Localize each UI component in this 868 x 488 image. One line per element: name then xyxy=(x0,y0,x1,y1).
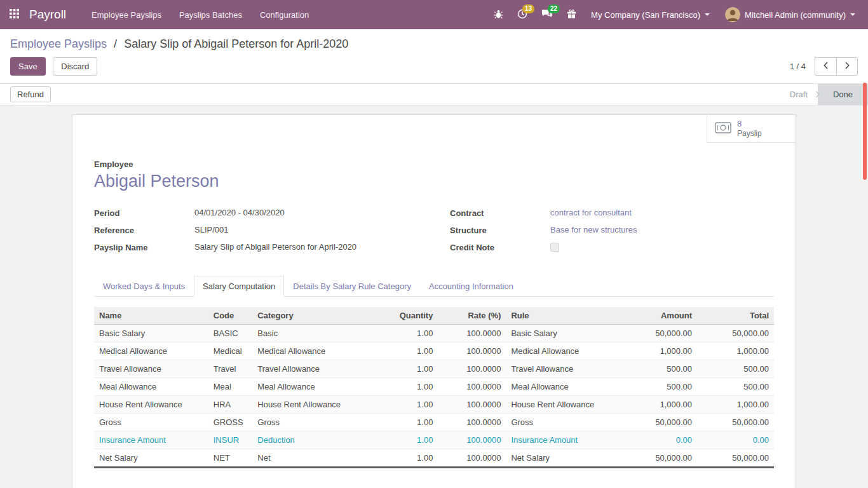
payslip-line-row[interactable]: Gross GROSS Gross 1.00 100.0000 Gross 50… xyxy=(94,414,774,431)
payslip-line-rows: Basic Salary BASIC Basic 1.00 100.0000 B… xyxy=(94,325,774,468)
debug-bug-button[interactable] xyxy=(487,0,510,29)
cell-code: Medical xyxy=(208,342,253,360)
chevron-left-icon xyxy=(823,62,829,71)
messages-badge: 22 xyxy=(548,4,560,13)
payslip-line-row[interactable]: Net Salary NET Net 1.00 100.0000 Net Sal… xyxy=(94,449,774,468)
upgrade-button[interactable] xyxy=(560,0,583,29)
column-header-name[interactable]: Name xyxy=(94,307,208,325)
menu-employee-payslips[interactable]: Employee Payslips xyxy=(83,0,170,29)
caret-down-icon xyxy=(705,13,710,16)
cell-rate: 100.0000 xyxy=(438,449,506,468)
column-header-code[interactable]: Code xyxy=(208,307,253,325)
activities-badge: 13 xyxy=(522,4,534,13)
payslip-line-row[interactable]: Medical Allowance Medical Medical Allowa… xyxy=(94,342,774,360)
cell-category: Medical Allowance xyxy=(252,342,363,360)
credit-note-label: Credit Note xyxy=(450,242,550,252)
structure-link[interactable]: Base for new structures xyxy=(550,225,637,234)
app-title[interactable]: Payroll xyxy=(29,8,66,22)
cell-amount: 500.00 xyxy=(621,378,697,396)
pager xyxy=(815,57,858,76)
tab-worked-days-inputs[interactable]: Worked Days & Inputs xyxy=(94,276,194,297)
cell-rate: 100.0000 xyxy=(438,378,506,396)
column-header-category[interactable]: Category xyxy=(252,307,363,325)
cell-rule: Insurance Amount xyxy=(506,431,621,449)
pager-next-button[interactable] xyxy=(836,57,858,76)
cell-quantity: 1.00 xyxy=(363,449,438,468)
cell-category: Net xyxy=(252,449,363,468)
tab-salary-computation[interactable]: Salary Computation xyxy=(194,276,284,297)
pager-counter[interactable]: 1 / 4 xyxy=(790,62,806,71)
bug-icon xyxy=(494,9,503,21)
cell-total: 0.00 xyxy=(697,431,774,449)
credit-note-checkbox[interactable] xyxy=(550,243,559,252)
cell-code: HRA xyxy=(208,396,253,414)
pager-previous-button[interactable] xyxy=(815,57,836,76)
cell-rule: Medical Allowance xyxy=(506,342,621,360)
cell-quantity: 1.00 xyxy=(363,414,438,431)
column-header-quantity[interactable]: Quantity xyxy=(363,307,438,325)
cell-quantity: 1.00 xyxy=(363,325,438,342)
payslip-name-value[interactable]: Salary Slip of Abigail Peterson for Apri… xyxy=(194,242,356,252)
cell-name: Meal Allowance xyxy=(94,378,208,396)
stage-draft[interactable]: Draft xyxy=(780,84,818,105)
messages-button[interactable]: 22 xyxy=(534,0,560,29)
column-header-rule[interactable]: Rule xyxy=(506,307,621,325)
payslip-line-row[interactable]: Meal Allowance Meal Meal Allowance 1.00 … xyxy=(94,378,774,396)
payslip-line-row[interactable]: Travel Allowance Travel Travel Allowance… xyxy=(94,360,774,378)
avatar xyxy=(725,7,740,22)
stage-done[interactable]: Done xyxy=(818,84,868,105)
user-menu[interactable]: Mitchell Admin (community) xyxy=(717,0,863,29)
refund-button[interactable]: Refund xyxy=(10,86,51,102)
contract-link[interactable]: contract for consultant xyxy=(550,208,632,217)
payslip-line-row[interactable]: House Rent Allowance HRA House Rent Allo… xyxy=(94,396,774,414)
cell-rule: House Rent Allowance xyxy=(506,396,621,414)
tab-details-by-salary-rule-category[interactable]: Details By Salary Rule Category xyxy=(284,276,420,297)
notebook-tabs: Worked Days & Inputs Salary Computation … xyxy=(94,276,774,297)
cell-rate: 100.0000 xyxy=(438,342,506,360)
reference-value[interactable]: SLIP/001 xyxy=(194,225,229,234)
cell-code: Travel xyxy=(208,360,253,378)
employee-name[interactable]: Abigail Peterson xyxy=(94,172,774,191)
payslip-line-row[interactable]: Basic Salary BASIC Basic 1.00 100.0000 B… xyxy=(94,325,774,342)
cell-amount: 1,000.00 xyxy=(621,342,697,360)
period-value[interactable]: 04/01/2020 - 04/30/2020 xyxy=(194,208,285,217)
payslip-form-sheet: 8 Payslip Employee Abigail Peterson Peri… xyxy=(72,114,796,488)
employee-field-label: Employee xyxy=(94,159,774,169)
menu-configuration[interactable]: Configuration xyxy=(251,0,318,29)
apps-menu-button[interactable] xyxy=(0,0,28,29)
cell-rule: Meal Allowance xyxy=(506,378,621,396)
column-header-total[interactable]: Total xyxy=(697,307,774,325)
menu-payslips-batches[interactable]: Payslips Batches xyxy=(170,0,251,29)
cell-code: Meal xyxy=(208,378,253,396)
period-label: Period xyxy=(94,208,194,218)
column-header-amount[interactable]: Amount xyxy=(621,307,697,325)
cell-amount: 500.00 xyxy=(621,360,697,378)
breadcrumb-parent[interactable]: Employee Payslips xyxy=(10,37,107,50)
cell-amount: 50,000.00 xyxy=(621,414,697,431)
cell-category: Gross xyxy=(252,414,363,431)
app-menu: Employee Payslips Payslips Batches Confi… xyxy=(83,0,318,29)
gift-icon xyxy=(567,9,576,21)
cell-total: 500.00 xyxy=(697,360,774,378)
cell-category: Travel Allowance xyxy=(252,360,363,378)
discard-button[interactable]: Discard xyxy=(53,57,97,76)
activities-button[interactable]: 13 xyxy=(510,0,534,29)
column-header-rate[interactable]: Rate (%) xyxy=(438,307,506,325)
cell-total: 50,000.00 xyxy=(697,449,774,468)
reference-label: Reference xyxy=(94,225,194,235)
payslip-line-row[interactable]: Insurance Amount INSUR Deduction 1.00 10… xyxy=(94,431,774,449)
cell-category: Basic xyxy=(252,325,363,342)
cell-name: Travel Allowance xyxy=(94,360,208,378)
top-navbar: Payroll Employee Payslips Payslips Batch… xyxy=(0,0,868,29)
cell-total: 500.00 xyxy=(697,378,774,396)
cell-category: Meal Allowance xyxy=(252,378,363,396)
tab-accounting-information[interactable]: Accounting Information xyxy=(420,276,522,297)
cell-code: BASIC xyxy=(208,325,253,342)
payslip-smart-button[interactable]: 8 Payslip xyxy=(707,115,796,143)
cell-rate: 100.0000 xyxy=(438,414,506,431)
caret-down-icon xyxy=(850,13,855,16)
save-button[interactable]: Save xyxy=(10,57,46,76)
company-switcher[interactable]: My Company (San Francisco) xyxy=(583,0,717,29)
cell-amount: 1,000.00 xyxy=(621,396,697,414)
scrollbar[interactable] xyxy=(863,83,867,180)
